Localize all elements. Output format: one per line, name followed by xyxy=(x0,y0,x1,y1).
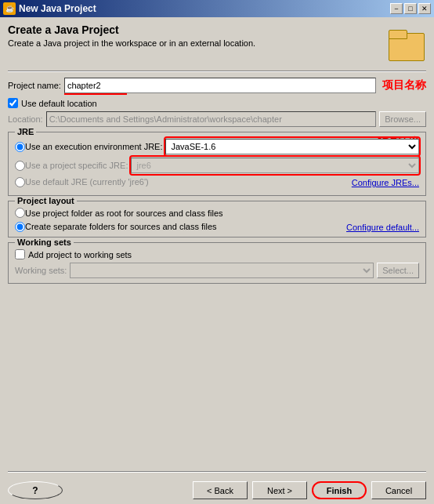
jre-option3-label: Use default JRE (currently 'jre6') xyxy=(25,177,149,187)
working-sets-dropdown[interactable] xyxy=(70,263,374,278)
layout-option1-radio[interactable] xyxy=(15,208,25,218)
default-location-label: Use default location xyxy=(21,99,97,108)
layout-option2-label: Create separate folders for sources and … xyxy=(25,222,217,231)
working-sets-checkbox-row: Add project to working sets xyxy=(15,249,419,259)
jre-option2-radio[interactable] xyxy=(15,161,25,171)
default-location-row: Use default location xyxy=(8,98,426,108)
working-sets-select-row: Working sets: Select... xyxy=(15,263,419,278)
header-area: Create a Java Project Create a Java proj… xyxy=(8,24,426,61)
minimize-button[interactable]: − xyxy=(390,3,403,14)
jre-option1-row: Use an execution environment JRE: JavaSE… xyxy=(15,139,419,154)
help-button[interactable]: ? xyxy=(8,481,63,499)
finish-button[interactable]: Finish xyxy=(312,481,367,499)
jre-option2-row: Use a project specific JRE: jre6 xyxy=(15,158,419,173)
dialog-subtitle: Create a Java project in the workspace o… xyxy=(8,38,389,48)
working-sets-group: Working sets Add project to working sets… xyxy=(8,242,426,284)
select-button[interactable]: Select... xyxy=(377,263,419,278)
titlebar-title: New Java Project xyxy=(19,3,390,14)
default-location-checkbox[interactable] xyxy=(8,98,18,108)
back-button[interactable]: < Back xyxy=(193,481,248,499)
project-name-label: Project name: xyxy=(8,81,61,90)
working-sets-title: Working sets xyxy=(15,237,74,247)
header-separator xyxy=(8,71,426,71)
header-text: Create a Java Project Create a Java proj… xyxy=(8,24,389,48)
jre-specific-select[interactable]: jre6 xyxy=(131,158,419,173)
layout-group-title: Project layout xyxy=(15,196,77,205)
layout-option1-label: Use project folder as root for sources a… xyxy=(25,208,223,218)
jre-option1-label: Use an execution environment JRE: xyxy=(25,142,162,151)
titlebar: ☕ New Java Project − □ ✕ xyxy=(0,0,434,17)
configure-jres-link[interactable]: Configure JREs... xyxy=(352,178,419,187)
dialog-title: Create a Java Project xyxy=(8,24,389,36)
jre-option3-row: Use default JRE (currently 'jre6') Confi… xyxy=(15,176,419,187)
jre-option2-label: Use a project specific JRE: xyxy=(25,161,128,170)
bottom-separator xyxy=(8,471,426,472)
jre-option1-radio[interactable] xyxy=(15,142,25,152)
layout-group: Project layout Use project folder as roo… xyxy=(8,201,426,237)
location-row: Location: Browse... xyxy=(8,111,426,127)
cancel-button[interactable]: Cancel xyxy=(371,481,426,499)
dialog-body: Create a Java Project Create a Java proj… xyxy=(0,17,434,504)
jre-option3-radio[interactable] xyxy=(15,177,25,187)
jre-group: JRE JRE环境 Use an execution environment J… xyxy=(8,132,426,196)
folder-icon xyxy=(389,24,426,61)
project-name-row: Project name: 项目名称 xyxy=(8,78,426,93)
jre-group-title: JRE xyxy=(15,127,36,136)
underline-annotation xyxy=(64,93,127,95)
titlebar-buttons: − □ ✕ xyxy=(390,3,431,14)
spacer xyxy=(8,288,426,468)
maximize-button[interactable]: □ xyxy=(404,3,417,14)
jre-environment-select[interactable]: JavaSE-1.6 JavaSE-1.7 JavaSE-1.8 xyxy=(165,139,419,154)
working-sets-checkbox[interactable] xyxy=(15,249,25,259)
location-input xyxy=(46,111,376,127)
project-name-annotation: 项目名称 xyxy=(382,78,426,92)
layout-option1-row: Use project folder as root for sources a… xyxy=(15,208,419,218)
configure-default-link[interactable]: Configure default... xyxy=(346,223,419,232)
working-sets-checkbox-label: Add project to working sets xyxy=(28,250,132,259)
button-row: ? < Back Next > Finish Cancel xyxy=(8,478,426,499)
project-name-input[interactable] xyxy=(64,78,376,93)
layout-option2-row: Create separate folders for sources and … xyxy=(15,221,419,232)
layout-option2-radio[interactable] xyxy=(15,222,25,232)
titlebar-icon: ☕ xyxy=(3,2,16,15)
close-button[interactable]: ✕ xyxy=(418,3,431,14)
location-label: Location: xyxy=(8,114,43,124)
next-button[interactable]: Next > xyxy=(252,481,307,499)
working-sets-label: Working sets: xyxy=(15,266,67,275)
browse-button[interactable]: Browse... xyxy=(379,111,426,127)
